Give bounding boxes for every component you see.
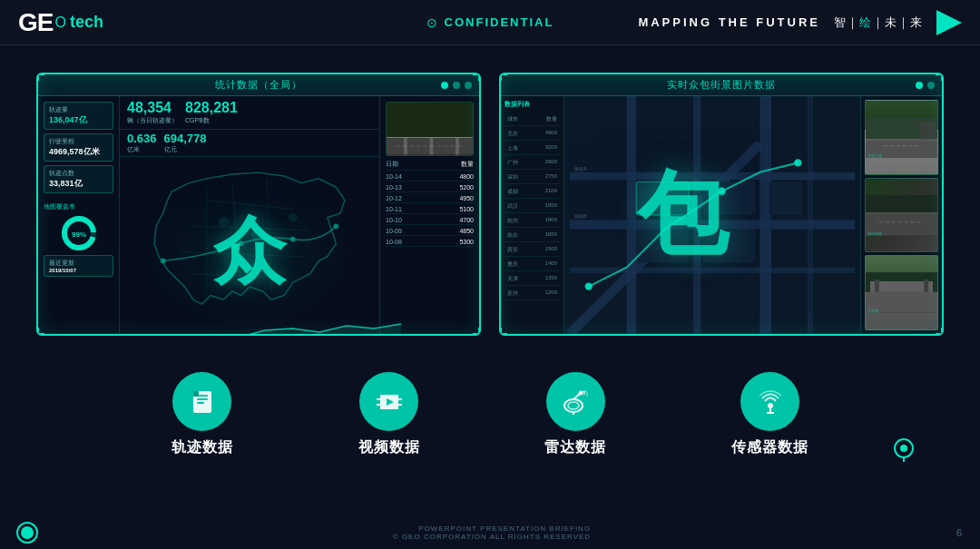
- map-photos: 高速公路 城市道路: [860, 96, 942, 334]
- sensor-icon-circle: [740, 372, 799, 431]
- svg-text:立交桥: 立交桥: [867, 309, 878, 313]
- map-item-10: 重庆1400: [505, 259, 560, 271]
- screens-row: 统计数据（全局） 轨迹量 136,047亿 行驶里程 4969,578亿米 轨迹…: [36, 73, 944, 336]
- location-pin-icon: [891, 437, 916, 463]
- video-icon: [375, 387, 404, 417]
- data-list-item-7: 10-085300: [386, 238, 474, 247]
- footer-page: 6: [956, 527, 962, 538]
- road-svg: [387, 103, 473, 155]
- icon-item-trajectory: 轨迹数据: [172, 372, 233, 457]
- video-label: 视频数据: [358, 438, 420, 457]
- svg-rect-66: [924, 279, 928, 292]
- corner-tl: [37, 74, 44, 81]
- slogan-text: 智｜绘｜未｜来: [834, 15, 923, 31]
- data-list-item-1: 10-144800: [386, 172, 474, 181]
- svg-rect-77: [398, 395, 402, 398]
- big-label-1: 辆（当日轨迹量）: [127, 116, 178, 125]
- right-corner-tr: [936, 74, 943, 81]
- map-item-11: 天津1350: [505, 273, 560, 286]
- logo: GEOtech: [18, 8, 103, 37]
- china-map-area: 众: [120, 157, 379, 334]
- trajectory-label: 轨迹数据: [172, 438, 233, 457]
- big-label-2: CGPB数: [185, 116, 238, 125]
- right-corner-br: [936, 328, 943, 335]
- svg-rect-35: [627, 96, 636, 334]
- svg-rect-38: [808, 96, 813, 334]
- header-center: ⊙ CONFIDENTIAL: [426, 15, 554, 30]
- data-list-item-6: 10-094850: [386, 227, 474, 236]
- big-stat-2: 828,281 CGPB数: [185, 100, 238, 125]
- logo-tech-text: tech: [70, 13, 103, 32]
- map-item-3: 广州2900: [505, 157, 560, 170]
- second-stats-row: 0.636 亿米 694,778 亿元: [120, 130, 379, 157]
- map-left-panel: 数据列表 城市数量 北京4800 上海3200 广州2900 深圳2750: [501, 96, 564, 334]
- svg-point-82: [568, 402, 579, 409]
- road-photo-svg: 城市道路: [866, 179, 937, 252]
- nav-dots: [441, 82, 472, 89]
- right-panel: 日期数量 10-144800 10-135200 10-124950 10-11: [379, 96, 479, 334]
- nav-dot-3: [465, 82, 472, 89]
- stat-label-1: 轨迹量: [49, 105, 108, 114]
- svg-point-48: [794, 159, 801, 166]
- top-stats-row: 48,354 辆（当日轨迹量） 828,281 CGPB数: [120, 96, 379, 130]
- left-screen-body: 轨迹量 136,047亿 行驶里程 4969,578亿米 轨迹点数 33,831…: [38, 96, 479, 334]
- svg-point-86: [768, 403, 773, 408]
- svg-rect-78: [398, 400, 402, 404]
- svg-point-81: [564, 399, 583, 412]
- svg-rect-79: [398, 406, 402, 409]
- svg-text:高速公路: 高速公路: [867, 153, 882, 158]
- data-list-item-4: 10-115100: [386, 205, 474, 214]
- icon-item-radar: 雷达数据: [544, 372, 606, 457]
- right-nav-dot-2: [927, 82, 935, 89]
- svg-rect-70: [197, 398, 208, 400]
- svg-rect-75: [377, 400, 380, 404]
- corner-bl: [37, 328, 44, 335]
- header: GEOtech ⊙ CONFIDENTIAL MAPPING THE FUTUR…: [0, 0, 980, 45]
- map-item-9: 西安1500: [505, 244, 560, 257]
- radar-label: 雷达数据: [544, 438, 606, 457]
- map-item-5: 成都2100: [505, 186, 560, 199]
- logo-geo-text: GE: [18, 8, 53, 37]
- map-item-7: 杭州1800: [505, 215, 560, 228]
- map-list-title: 数据列表: [505, 100, 560, 109]
- left-screen-title: 统计数据（全局）: [215, 78, 302, 92]
- road-image: [386, 102, 474, 156]
- stat-card-4: 最近更新 2019/10/07: [44, 255, 113, 277]
- map-item-header: 城市数量: [505, 113, 560, 126]
- stat-card-2: 行驶里程 4969,578亿米: [44, 133, 113, 162]
- donut-chart: 99%: [61, 215, 97, 251]
- svg-point-90: [900, 445, 907, 452]
- svg-rect-74: [377, 395, 380, 398]
- map-item-4: 深圳2750: [505, 172, 560, 184]
- stat-value-3: 33,831亿: [49, 178, 108, 190]
- nav-dot-1: [441, 82, 448, 89]
- data-list: 日期数量 10-144800 10-135200 10-124950 10-11: [386, 159, 474, 247]
- mapping-text: MAPPING THE FUTURE: [638, 15, 820, 29]
- map-item-1: 北京4800: [505, 128, 560, 141]
- data-list-item-5: 10-104700: [386, 216, 474, 225]
- progress-section: 地图覆盖率 99%: [44, 202, 113, 251]
- photo-thumb-1: 高速公路: [865, 100, 938, 175]
- left-screen: 统计数据（全局） 轨迹量 136,047亿 行驶里程 4969,578亿米 轨迹…: [36, 73, 481, 336]
- right-overlay-char: 包: [637, 154, 728, 277]
- footer-right: POWERPOINT PRESENTATION BRIEFING © GEO C…: [393, 524, 591, 541]
- footer-dot: [18, 524, 36, 542]
- data-list-header: 日期数量: [386, 159, 474, 171]
- svg-point-16: [289, 213, 298, 222]
- bottom-location-pin: [891, 437, 916, 466]
- stat-value-1: 136,047亿: [49, 114, 108, 126]
- trajectory-icon: [188, 387, 217, 417]
- svg-text:城市道路: 城市道路: [867, 230, 882, 235]
- map-item-2: 上海3200: [505, 142, 560, 155]
- svg-point-11: [161, 259, 166, 264]
- corner-br: [473, 328, 480, 335]
- data-list-item-3: 10-124950: [386, 194, 474, 203]
- svg-rect-55: [919, 122, 936, 140]
- right-nav-dots: [916, 82, 935, 89]
- icon-item-sensor: 传感器数据: [731, 372, 808, 457]
- map-center: 路段A 路段B 包: [564, 96, 860, 334]
- footer-company: POWERPOINT PRESENTATION BRIEFING: [393, 524, 591, 533]
- svg-text:路段A: 路段A: [574, 166, 587, 172]
- stat-value-2: 4969,578亿米: [49, 146, 108, 158]
- radar-icon-circle: [546, 372, 605, 431]
